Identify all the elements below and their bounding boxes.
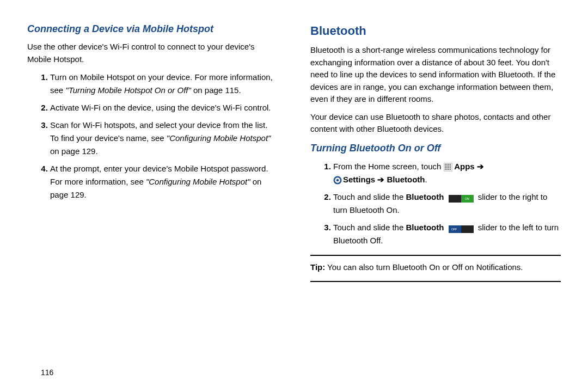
left-step-4: At the prompt, enter your device's Mobil…: [50, 162, 278, 201]
bluetooth-bold: Bluetooth: [406, 223, 444, 232]
svg-point-9: [445, 167, 446, 168]
settings-bluetooth-label: Settings ➔ Bluetooth: [343, 175, 425, 184]
bluetooth-toggle-on-icon: ON: [449, 193, 474, 201]
svg-point-14: [446, 169, 448, 170]
reference-link: "Turning Mobile Hotspot On or Off": [65, 85, 191, 95]
tip-label: Tip:: [310, 262, 325, 272]
svg-point-11: [448, 167, 449, 168]
svg-rect-23: [461, 225, 474, 233]
text: Touch and slide the: [333, 223, 406, 232]
svg-point-12: [450, 167, 451, 168]
svg-point-16: [450, 169, 451, 170]
svg-point-5: [445, 166, 446, 167]
left-step-3: Scan for Wi-Fi hotspots, and select your…: [50, 119, 278, 158]
svg-point-15: [448, 169, 449, 170]
bluetooth-subheading: Turning Bluetooth On or Off: [310, 141, 561, 156]
text: .: [425, 175, 427, 184]
svg-point-8: [450, 166, 451, 167]
settings-gear-icon: [333, 175, 342, 184]
apps-grid-icon: [444, 162, 452, 171]
svg-point-10: [446, 167, 448, 168]
bluetooth-toggle-off-icon: OFF: [449, 224, 474, 231]
svg-point-6: [446, 166, 448, 167]
tip-text: You can also turn Bluetooth On or Off on…: [325, 262, 523, 272]
svg-text:OFF: OFF: [451, 228, 457, 231]
left-steps-list: Turn on Mobile Hotspot on your device. F…: [27, 71, 278, 201]
svg-rect-19: [449, 195, 461, 203]
left-step-2: Activate Wi-Fi on the device, using the …: [50, 101, 278, 114]
bluetooth-bold: Bluetooth: [406, 192, 444, 201]
bluetooth-title: Bluetooth: [310, 22, 561, 40]
tip-paragraph: Tip: You can also turn Bluetooth On or O…: [310, 261, 561, 274]
svg-point-1: [445, 164, 446, 165]
left-heading: Connecting a Device via Mobile Hotspot: [27, 22, 278, 36]
svg-point-4: [450, 164, 451, 165]
left-intro: Use the other device's Wi-Fi control to …: [27, 41, 278, 65]
divider: [310, 255, 561, 256]
left-column: Connecting a Device via Mobile Hotspot U…: [27, 22, 278, 381]
text: on page 115.: [191, 85, 241, 95]
left-step-1: Turn on Mobile Hotspot on your device. F…: [50, 71, 278, 97]
apps-label: Apps ➔: [452, 162, 484, 171]
bluetooth-intro-1: Bluetooth is a short-range wireless comm…: [310, 44, 561, 106]
right-steps-list: From the Home screen, touch Apps ➔ Setti…: [310, 160, 561, 247]
svg-point-7: [448, 166, 449, 167]
svg-text:ON: ON: [465, 197, 469, 200]
right-column: Bluetooth Bluetooth is a short-range wir…: [310, 22, 561, 381]
divider: [310, 281, 561, 282]
reference-link: "Configuring Mobile Hotspot": [167, 133, 271, 143]
svg-point-2: [446, 164, 448, 165]
svg-point-18: [336, 179, 339, 181]
reference-link: "Configuring Mobile Hotspot": [146, 177, 250, 186]
right-step-2: Touch and slide the Bluetooth ON slider …: [333, 191, 561, 217]
text: on page 129.: [50, 146, 98, 156]
svg-point-3: [448, 164, 449, 165]
text: From the Home screen, touch: [333, 162, 444, 171]
text: Touch and slide the: [333, 192, 406, 201]
right-step-1: From the Home screen, touch Apps ➔ Setti…: [333, 160, 561, 186]
bluetooth-intro-2: Your device can use Bluetooth to share p…: [310, 111, 561, 136]
page-number: 116: [41, 367, 53, 378]
svg-point-13: [445, 169, 446, 170]
right-step-3: Touch and slide the Bluetooth OFF slider…: [333, 221, 561, 247]
